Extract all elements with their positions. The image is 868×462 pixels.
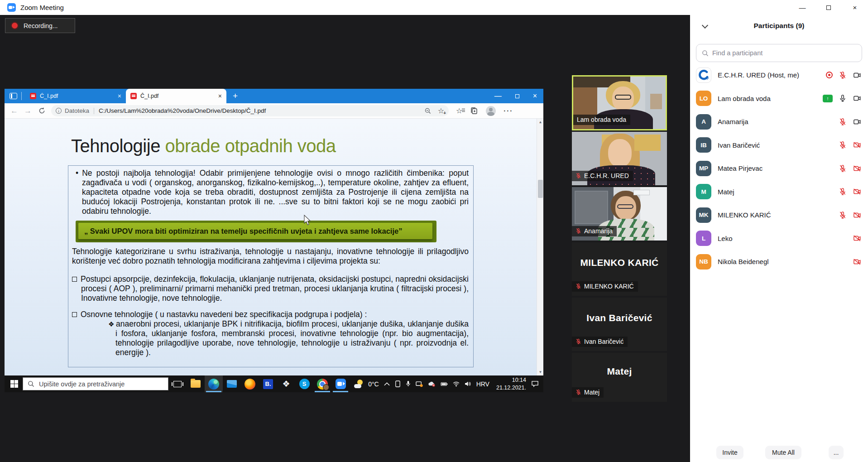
invite-button[interactable]: Invite	[716, 446, 743, 459]
participant-name: Lam obrada voda	[718, 95, 771, 102]
avatar: A	[696, 114, 711, 130]
volume-icon[interactable]	[465, 381, 471, 387]
recording-status-icon	[826, 72, 833, 78]
pdf-scrollbar[interactable]: ▲ ▼	[537, 119, 543, 375]
camera-off-icon	[853, 141, 862, 149]
more-options-button[interactable]: ...	[829, 446, 844, 459]
temperature-label[interactable]: 0°C	[368, 380, 379, 388]
mic-muted-icon	[839, 71, 847, 79]
chrome-icon[interactable]	[313, 375, 331, 392]
browser-tab-1[interactable]: Ć_I.pdf ×	[25, 89, 126, 103]
forward-icon[interactable]: →	[24, 106, 32, 116]
edge-icon[interactable]	[205, 375, 223, 392]
video-tile-matej[interactable]: Matej Matej	[572, 353, 667, 402]
participant-search[interactable]	[696, 44, 862, 62]
maximize-button[interactable]	[815, 0, 842, 15]
refresh-icon[interactable]	[38, 107, 46, 115]
window-title: Zoom Meeting	[20, 4, 64, 11]
add-favorite-icon[interactable]: ☆	[438, 107, 444, 115]
checkbox-bullet-icon	[72, 312, 77, 317]
start-button[interactable]	[10, 380, 18, 388]
clock[interactable]: 10:14 21.12.2021.	[496, 376, 526, 391]
notification-center-icon[interactable]	[531, 380, 539, 387]
file-explorer-icon[interactable]	[187, 375, 205, 392]
participant-row[interactable]: IB Ivan Baričević	[690, 134, 868, 157]
tile-display-name: Ivan Baričević	[572, 313, 667, 323]
mic-on-icon	[839, 94, 847, 102]
tile-name-label: MILENKO KARIĆ	[572, 281, 638, 292]
video-tile-milenko-karic[interactable]: MILENKO KARIĆ MILENKO KARIĆ	[572, 242, 667, 296]
back-icon[interactable]: ←	[10, 106, 18, 116]
zoom-app-icon	[7, 3, 16, 12]
checkbox-bullet-icon	[72, 277, 77, 282]
tray-mic-icon[interactable]	[406, 380, 411, 387]
browser-tab-2-active[interactable]: Č_I.pdf ×	[126, 89, 226, 103]
battery-icon[interactable]	[441, 381, 448, 387]
tab-close-icon[interactable]: ×	[118, 92, 121, 100]
participant-row[interactable]: L Leko	[690, 227, 868, 250]
participant-row[interactable]: NB Nikola Beidenegl	[690, 250, 868, 274]
taskbar-search[interactable]: Upišite ovdje za pretraživanje	[23, 377, 168, 390]
favorites-icon[interactable]: ☆	[456, 107, 462, 115]
search-icon	[28, 380, 34, 387]
video-tile-echr-ured[interactable]: E.C.H.R. URED	[572, 132, 667, 185]
tray-chevron-up-icon[interactable]	[384, 382, 390, 386]
camera-off-icon	[853, 211, 862, 219]
participant-row[interactable]: LO Lam obrada voda ↑	[690, 87, 868, 111]
tab-close-icon[interactable]: ×	[218, 92, 222, 100]
participant-search-input[interactable]	[712, 49, 862, 57]
muted-mic-icon	[575, 228, 581, 234]
zoom-out-icon[interactable]	[424, 107, 432, 115]
bing-icon[interactable]: B.	[259, 375, 277, 392]
video-tile-ivan-baricevic[interactable]: Ivan Baričević Ivan Baričević	[572, 298, 667, 351]
onedrive-error-icon[interactable]	[428, 381, 436, 387]
scrollbar-thumb[interactable]	[538, 180, 543, 198]
close-button[interactable]: ×	[842, 0, 868, 15]
camera-on-icon	[853, 118, 862, 126]
wifi-icon[interactable]	[453, 381, 460, 387]
address-field[interactable]: i Datoteka C:/Users/Lam%20obrada%20voda/…	[51, 105, 449, 116]
language-indicator[interactable]: HRV	[476, 380, 489, 388]
window-titlebar: Zoom Meeting — ×	[0, 0, 868, 15]
participant-row[interactable]: MP Matea Pirjevac	[690, 157, 868, 180]
profile-avatar[interactable]	[486, 106, 496, 116]
tab-label: Ć_I.pdf	[40, 93, 115, 99]
browser-minimize-button[interactable]: —	[494, 92, 502, 100]
phone-link-icon[interactable]	[395, 380, 401, 387]
browser-menu-icon[interactable]: ···	[504, 107, 513, 115]
camera-on-icon	[853, 71, 862, 79]
participant-row[interactable]: M Matej	[690, 180, 868, 204]
video-tile-lam-obrada-voda[interactable]: Lam obrada voda	[572, 75, 667, 130]
avatar: M	[696, 184, 711, 199]
tab-search-icon[interactable]	[10, 93, 17, 99]
video-tile-anamarija[interactable]: Anamarija	[572, 187, 667, 241]
dropbox-icon[interactable]: ❖	[277, 375, 295, 392]
participant-row[interactable]: E.C.H.R. URED (Host, me)	[690, 63, 868, 87]
participant-row[interactable]: A Anamarija	[690, 110, 868, 134]
collections-icon[interactable]	[470, 107, 478, 115]
chevron-down-icon[interactable]	[702, 22, 708, 29]
avatar: L	[696, 231, 711, 246]
weather-icon[interactable]	[354, 380, 363, 389]
avatar: MK	[696, 207, 711, 223]
device-icon[interactable]	[416, 381, 423, 387]
scroll-up-arrow[interactable]: ▲	[537, 119, 543, 125]
participant-row[interactable]: MK MILENKO KARIĆ	[690, 203, 868, 227]
mail-icon[interactable]	[223, 375, 241, 392]
info-icon[interactable]: i	[56, 108, 62, 114]
participant-list: E.C.H.R. URED (Host, me) LO Lam obrada v…	[690, 63, 868, 274]
mute-all-button[interactable]: Mute All	[765, 446, 801, 459]
muted-mic-icon	[575, 338, 581, 345]
browser-restore-button[interactable]	[515, 94, 519, 98]
skype-icon[interactable]: S	[295, 375, 313, 392]
scroll-down-arrow[interactable]: ▼	[537, 369, 543, 375]
firefox-icon[interactable]	[241, 375, 259, 392]
browser-close-button[interactable]: ×	[533, 92, 537, 100]
recording-indicator[interactable]: Recording...	[5, 18, 75, 33]
tile-name-label: E.C.H.R. URED	[572, 171, 633, 181]
camera-off-icon	[853, 234, 862, 242]
new-tab-button[interactable]: +	[233, 91, 238, 101]
task-view-button[interactable]	[168, 375, 187, 392]
minimize-button[interactable]: —	[789, 0, 815, 15]
zoom-taskbar-icon[interactable]	[331, 375, 350, 392]
